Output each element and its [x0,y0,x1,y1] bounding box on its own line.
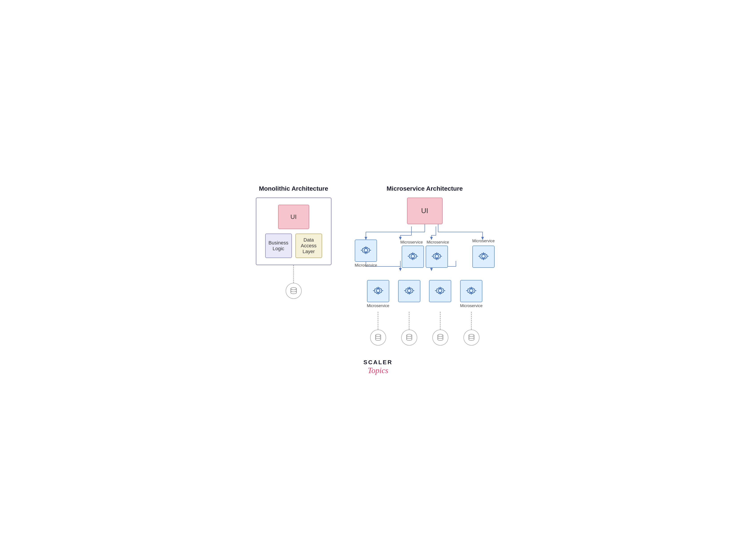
micro-sub-col-4: Microservice [460,280,483,308]
micro-gear-box-3 [426,245,448,268]
micro-gear-box-1 [355,240,377,262]
brand-scaler: SCALER [363,359,393,366]
mono-bottom-row: Business Logic Data Access Layer [265,234,322,258]
monolithic-section: Monolithic Architecture UI Business Logi… [256,185,332,299]
micro-dashed-3 [440,312,441,329]
microservice-section: Microservice Architecture [349,185,500,345]
mono-database-circle [286,283,302,299]
svg-point-26 [482,255,485,258]
micro-sub-col-3 [429,280,451,308]
gear-icon-3 [431,251,442,263]
micro-center-gears [402,245,448,268]
micro-service-label-3: Microservice [426,240,450,245]
svg-point-37 [438,334,443,337]
svg-point-34 [406,334,412,337]
micro-dashed-col-2 [401,312,417,345]
microservice-title: Microservice Architecture [386,185,463,192]
micro-service-label-2: Microservice [399,240,424,245]
gear-icon-5 [478,251,489,263]
micro-service-label-1: Microservice [355,263,377,268]
micro-row2: Microservice [349,280,500,308]
svg-point-40 [469,334,474,337]
brand-topics: Topics [363,366,393,375]
micro-dashed-2 [409,312,410,329]
sub-gear-icon-3 [434,285,446,297]
micro-db-4 [463,329,479,345]
svg-point-30 [470,289,473,293]
micro-dashed-1 [378,312,378,329]
mono-ui-block: UI [278,205,309,229]
micro-ui-label: UI [421,207,429,215]
micro-sub-label-1: Microservice [367,303,389,308]
svg-point-0 [291,287,297,290]
monolithic-box: UI Business Logic Data Access Layer [256,198,332,265]
footer-logo: SCALER Topics [363,359,393,375]
svg-point-25 [435,255,439,258]
micro-dashed-4 [471,312,472,329]
micro-sub-col-1: Microservice [367,280,389,308]
mono-database-icon [290,287,298,295]
micro-row1: Microservice Microservice Microservice [349,239,500,268]
svg-point-23 [364,248,368,252]
svg-point-31 [375,334,381,337]
svg-point-27 [376,289,380,293]
mono-data-access-block: Data Access Layer [295,234,322,258]
mono-business-logic-label: Business Logic [267,240,290,252]
micro-ui-block: UI [407,198,442,224]
gear-icon-2 [407,251,419,263]
mono-business-logic-block: Business Logic [265,234,292,258]
sub-gear-icon-2 [403,285,415,297]
svg-point-24 [411,255,415,258]
micro-service-label-5-top: Microservice [472,239,495,243]
sub-gear-icon-4 [465,285,477,297]
monolithic-title: Monolithic Architecture [259,185,328,192]
micro-sub-label-4: Microservice [460,303,483,308]
micro-dashed-row [349,312,500,345]
mono-ui-label: UI [291,213,297,220]
sub-gear-icon-1 [372,285,384,297]
micro-db-2 [401,329,417,345]
micro-sub-gear-2 [398,280,420,302]
micro-diagram-wrapper: UI Microservice [349,198,500,345]
micro-sub-gear-4 [460,280,482,302]
micro-dashed-col-1 [370,312,386,345]
mono-dashed-line [293,265,294,283]
micro-dashed-col-4 [463,312,479,345]
micro-db-3 [432,329,449,345]
micro-service-col-5: Microservice [472,239,495,268]
micro-gear-box-2 [402,245,424,268]
micro-db-1 [370,329,386,345]
micro-ui-row: UI [349,198,500,224]
micro-sub-gear-3 [429,280,451,302]
main-container: Monolithic Architecture UI Business Logi… [245,185,512,345]
micro-service-col-1: Microservice [355,240,377,268]
micro-gear-box-5 [472,245,495,268]
micro-center-group: Microservice Microservice [399,240,450,268]
micro-center-labels: Microservice Microservice [399,240,450,245]
gear-icon-1 [360,244,372,257]
mono-data-access-label: Data Access Layer [298,237,320,255]
micro-sub-gear-1 [367,280,389,302]
svg-point-29 [438,289,442,293]
svg-point-28 [407,289,411,293]
micro-sub-col-2 [398,280,420,308]
micro-dashed-col-3 [432,312,449,345]
